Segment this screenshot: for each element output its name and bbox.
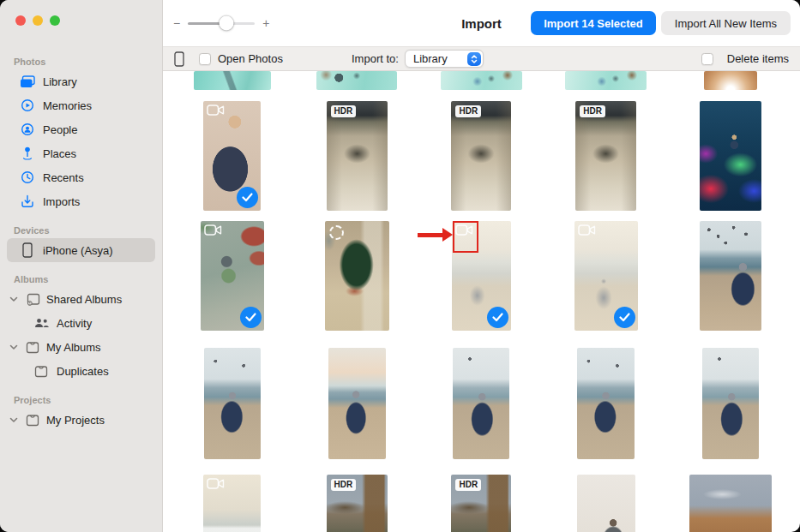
photo-grid-row bbox=[170, 348, 793, 459]
window-controls bbox=[15, 15, 60, 26]
photo-thumbnail[interactable] bbox=[194, 71, 271, 90]
grid-cell bbox=[294, 348, 418, 459]
photo-thumbnail[interactable] bbox=[204, 348, 261, 459]
photo-thumbnail[interactable]: HDR bbox=[451, 101, 511, 211]
sidebar-item-duplicates[interactable]: Duplicates bbox=[0, 359, 162, 383]
photos-import-window: PhotosLibraryMemoriesPeoplePlacesRecents… bbox=[0, 0, 800, 532]
sidebar-item-shared-albums[interactable]: Shared Albums bbox=[0, 287, 162, 311]
sidebar-item-recents[interactable]: Recents bbox=[0, 165, 162, 189]
photo-thumbnail[interactable]: HDR bbox=[327, 101, 388, 211]
thumbnail-zoom-slider[interactable]: − + bbox=[173, 0, 269, 46]
grid-cell bbox=[419, 71, 544, 90]
selected-checkmark-icon[interactable] bbox=[487, 307, 508, 328]
photo-thumbnail[interactable] bbox=[453, 348, 509, 459]
grid-cell: HDR bbox=[419, 101, 544, 211]
photo-grid-row bbox=[170, 221, 793, 331]
sidebar-item-library[interactable]: Library bbox=[0, 69, 162, 93]
photo-grid-row: HDRHDRHDR bbox=[170, 101, 793, 211]
zoom-out-icon[interactable]: − bbox=[173, 17, 180, 29]
grid-cell bbox=[170, 348, 294, 459]
photo-thumbnail[interactable] bbox=[316, 71, 397, 90]
people-icon bbox=[19, 123, 36, 136]
sidebar-section-header: Projects bbox=[14, 395, 162, 405]
import-to-dropdown[interactable]: Library bbox=[405, 50, 484, 68]
photo-thumbnail[interactable] bbox=[203, 475, 261, 532]
selected-checkmark-icon[interactable] bbox=[240, 307, 262, 328]
grid-cell bbox=[419, 348, 544, 459]
zoom-window-button[interactable] bbox=[50, 15, 60, 26]
delete-items-label[interactable]: Delete items bbox=[727, 52, 789, 65]
photo-grid-row: HDRHDR bbox=[170, 475, 793, 532]
sidebar-section-header: Photos bbox=[14, 57, 162, 67]
grid-cell bbox=[669, 71, 793, 90]
iphone-icon bbox=[19, 242, 36, 258]
selected-checkmark-icon[interactable] bbox=[237, 187, 258, 208]
photo-thumbnail[interactable] bbox=[441, 71, 522, 90]
video-icon bbox=[204, 224, 222, 236]
delete-items-checkbox[interactable] bbox=[701, 53, 713, 65]
chevron-down-icon[interactable] bbox=[9, 344, 19, 350]
photo-thumbnail[interactable] bbox=[201, 221, 264, 331]
open-photos-label[interactable]: Open Photos bbox=[218, 52, 283, 65]
grid-cell bbox=[544, 475, 668, 532]
close-window-button[interactable] bbox=[15, 15, 26, 26]
photo-thumbnail[interactable] bbox=[577, 348, 635, 459]
chevron-down-icon[interactable] bbox=[9, 417, 19, 423]
sidebar-item-label: iPhone (Asya) bbox=[43, 244, 113, 257]
photo-thumbnail[interactable] bbox=[689, 475, 772, 532]
sidebar-item-memories[interactable]: Memories bbox=[0, 93, 162, 117]
sidebar-item-imports[interactable]: Imports bbox=[0, 189, 162, 213]
grid-cell bbox=[669, 348, 793, 459]
photo-thumbnail[interactable] bbox=[704, 71, 757, 90]
photo-thumbnail[interactable] bbox=[700, 101, 761, 211]
slider-thumb[interactable] bbox=[220, 16, 234, 31]
album-icon bbox=[24, 414, 41, 427]
photo-thumbnail[interactable]: HDR bbox=[327, 475, 388, 532]
hdr-badge: HDR bbox=[331, 479, 357, 491]
sidebar-section-header: Devices bbox=[14, 225, 162, 236]
import-options-bar: Open Photos Import to: Library Delete it… bbox=[163, 46, 800, 71]
video-icon bbox=[207, 105, 225, 116]
photo-thumbnail[interactable] bbox=[574, 221, 638, 331]
photo-thumbnail[interactable]: HDR bbox=[575, 101, 636, 211]
sidebar-item-label: Recents bbox=[43, 171, 84, 184]
minimize-window-button[interactable] bbox=[33, 15, 43, 26]
sidebar-nav: PhotosLibraryMemoriesPeoplePlacesRecents… bbox=[0, 50, 162, 432]
sidebar-item-iphone-asya[interactable]: iPhone (Asya) bbox=[7, 238, 155, 262]
grid-cell bbox=[544, 348, 668, 459]
photo-thumbnail[interactable] bbox=[577, 475, 635, 532]
open-photos-checkbox[interactable] bbox=[199, 53, 211, 65]
photo-thumbnail[interactable] bbox=[702, 348, 759, 459]
slider-track[interactable] bbox=[188, 22, 255, 25]
annotation-arrow bbox=[418, 228, 453, 242]
import-selected-button[interactable]: Import 14 Selected bbox=[531, 11, 656, 35]
photo-thumbnail[interactable] bbox=[565, 71, 647, 90]
grid-cell: HDR bbox=[544, 101, 668, 211]
import-all-new-items-button[interactable]: Import All New Items bbox=[661, 11, 791, 35]
selected-checkmark-icon[interactable] bbox=[614, 307, 635, 328]
chevron-down-icon[interactable] bbox=[9, 296, 19, 302]
photo-thumbnail[interactable] bbox=[203, 101, 261, 211]
sidebar-item-people[interactable]: People bbox=[0, 117, 162, 141]
zoom-in-icon[interactable]: + bbox=[262, 17, 269, 29]
places-icon bbox=[19, 146, 36, 160]
delete-items-group: Delete items bbox=[701, 52, 789, 65]
photo-thumbnail[interactable] bbox=[700, 221, 761, 331]
grid-cell bbox=[170, 221, 294, 331]
photo-thumbnail[interactable] bbox=[325, 221, 389, 331]
sidebar-item-places[interactable]: Places bbox=[0, 141, 162, 165]
sidebar: PhotosLibraryMemoriesPeoplePlacesRecents… bbox=[0, 0, 163, 532]
photo-thumbnail[interactable]: HDR bbox=[451, 475, 511, 532]
photo-grid-row bbox=[170, 71, 793, 90]
annotation-highlight-box bbox=[453, 221, 478, 253]
dropdown-stepper-icon[interactable] bbox=[467, 52, 481, 66]
sidebar-item-activity[interactable]: Activity bbox=[0, 311, 162, 335]
grid-cell bbox=[294, 71, 418, 90]
annotation-arrow-head bbox=[442, 228, 453, 242]
photo-thumbnail[interactable] bbox=[328, 348, 386, 459]
hdr-badge: HDR bbox=[331, 105, 357, 117]
sidebar-item-my-projects[interactable]: My Projects bbox=[0, 408, 162, 432]
video-icon bbox=[578, 224, 596, 236]
import-to-label: Import to: bbox=[352, 52, 399, 65]
sidebar-item-my-albums[interactable]: My Albums bbox=[0, 335, 162, 359]
